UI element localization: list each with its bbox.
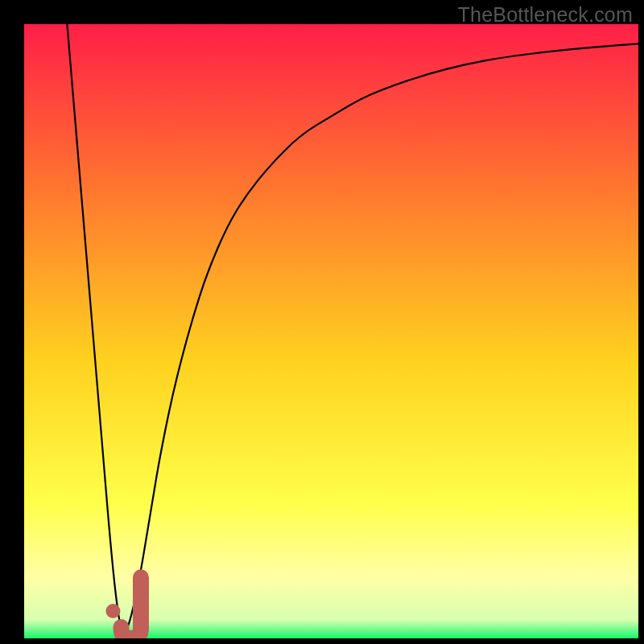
chart-frame: TheBottleneck.com (0, 0, 644, 644)
svg-point-1 (105, 604, 120, 618)
watermark-text: TheBottleneck.com (458, 3, 633, 27)
bottleneck-chart (0, 0, 644, 644)
